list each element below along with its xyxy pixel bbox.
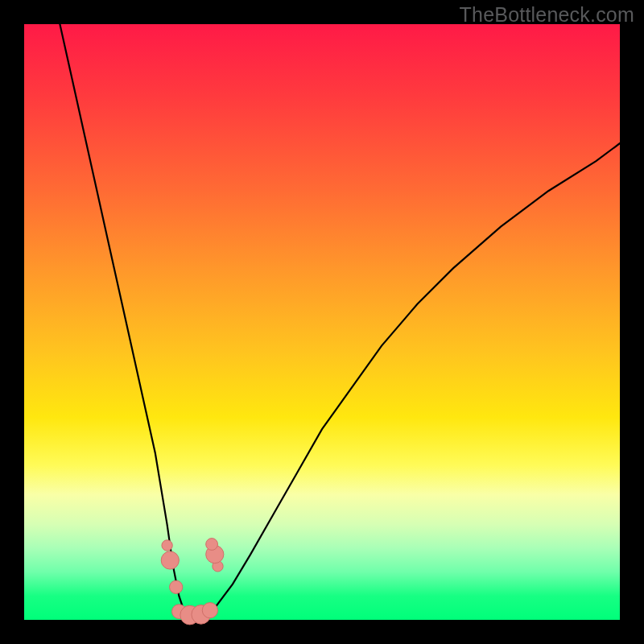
data-markers — [161, 539, 224, 625]
data-marker — [170, 580, 183, 593]
data-marker — [202, 603, 217, 618]
data-marker — [206, 539, 218, 551]
curve-left — [60, 24, 191, 620]
plot-area — [24, 24, 620, 620]
chart-frame: TheBottleneck.com — [0, 0, 644, 644]
data-marker — [162, 540, 172, 551]
data-marker — [161, 551, 179, 569]
curve-layer — [24, 24, 620, 620]
watermark-text: TheBottleneck.com — [460, 3, 634, 27]
curve-right — [191, 143, 620, 620]
